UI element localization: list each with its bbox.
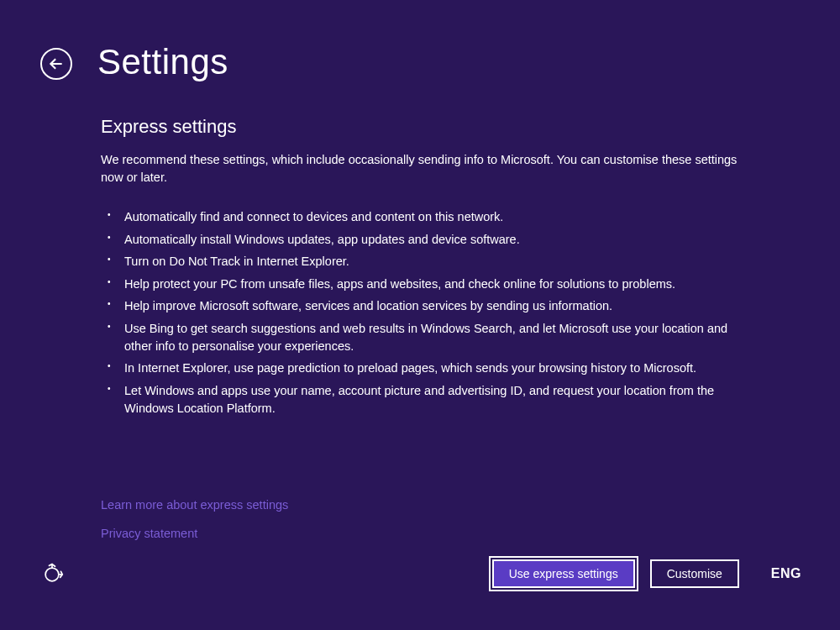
- arrow-left-icon: [48, 55, 65, 72]
- privacy-statement-link[interactable]: Privacy statement: [101, 527, 739, 540]
- list-item: Let Windows and apps use your name, acco…: [106, 382, 739, 417]
- list-item: Automatically find and connect to device…: [106, 208, 739, 226]
- list-item: Help improve Microsoft software, service…: [106, 297, 739, 315]
- ease-of-access-icon[interactable]: [40, 562, 64, 585]
- section-subtitle: Express settings: [101, 116, 739, 138]
- language-indicator[interactable]: ENG: [771, 566, 801, 581]
- page-title: Settings: [97, 42, 228, 82]
- learn-more-link[interactable]: Learn more about express settings: [101, 498, 739, 512]
- list-item: Turn on Do Not Track in Internet Explore…: [106, 253, 739, 270]
- customise-button[interactable]: Customise: [650, 559, 739, 588]
- svg-point-1: [45, 568, 59, 581]
- use-express-settings-button[interactable]: Use express settings: [492, 559, 635, 588]
- list-item: Automatically install Windows updates, a…: [106, 231, 739, 249]
- list-item: In Internet Explorer, use page predictio…: [106, 360, 739, 377]
- settings-bullet-list: Automatically find and connect to device…: [101, 208, 739, 417]
- intro-text: We recommend these settings, which inclu…: [101, 151, 739, 186]
- list-item: Help protect your PC from unsafe files, …: [106, 276, 739, 293]
- list-item: Use Bing to get search suggestions and w…: [106, 320, 739, 355]
- back-button[interactable]: [40, 48, 72, 80]
